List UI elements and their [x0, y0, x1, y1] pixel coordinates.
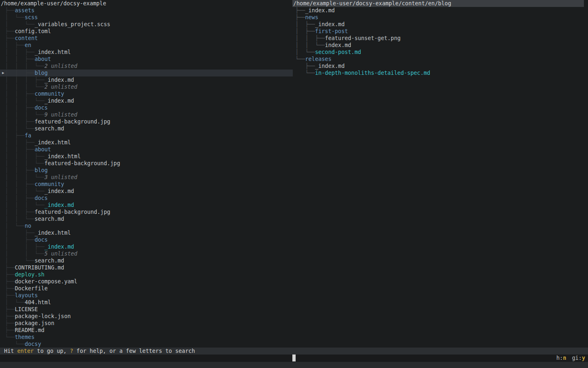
tree-branch-lines: │ │ └──: [292, 42, 325, 48]
entry-name: Dockerfile: [15, 285, 48, 292]
tree-row-dir[interactable]: ├──assets: [0, 7, 293, 14]
tree-row-file[interactable]: ├──docker-compose.yaml: [0, 278, 293, 285]
entry-name: search.md: [35, 216, 65, 222]
tree-row-dir[interactable]: │ ├──docs: [0, 236, 293, 243]
tree-row-dir[interactable]: └──themes: [0, 334, 293, 341]
tree-row-file[interactable]: │ │ └──search.md: [0, 215, 293, 222]
entry-name: 9 unlisted: [45, 112, 78, 118]
tree-branch-lines: │ │ │ ├──: [2, 77, 45, 83]
tree-row-file[interactable]: │ │ │ └──3 unlisted: [0, 174, 293, 181]
status-bar: Hit enter to go up, ? for help, or a few…: [0, 348, 588, 355]
entry-name: _index.md: [45, 98, 74, 104]
tree-row-dir[interactable]: ▶ │ │ ├──blog: [0, 70, 293, 76]
tree-row-file[interactable]: │ ├──_index.md: [290, 21, 588, 28]
tree-row-dir[interactable]: │ └──no: [0, 222, 293, 229]
right-panel-root-path[interactable]: /home/example-user/docsy-example/content…: [292, 0, 584, 7]
entry-name: deploy.sh: [15, 272, 45, 278]
tree-branch-lines: │ │ ├──: [2, 209, 35, 215]
tree-row-dir[interactable]: ├──news: [290, 14, 588, 21]
tree-row-file[interactable]: │ └──search.md: [0, 257, 293, 264]
tree-row-file[interactable]: ├──README.md: [0, 327, 293, 334]
entry-name: first-post: [315, 28, 348, 34]
tree-row-file[interactable]: ├──config.toml: [0, 28, 293, 35]
tree-row-dir[interactable]: │ │ ├──about: [0, 56, 293, 63]
entry-name: _index.html: [35, 49, 71, 55]
tree-branch-lines: │ │ ├──: [2, 244, 45, 250]
tree-row-file[interactable]: ├──_index.md: [290, 7, 588, 14]
tree-branch-lines: │ └──: [2, 21, 35, 27]
tree-row-file[interactable]: │ │ ├──featured-sunset-get.png: [290, 35, 588, 42]
tree-row-file[interactable]: │ │ └──index.md: [290, 42, 588, 49]
tree-branch-lines: │ │ ├──: [2, 91, 35, 97]
command-input-line[interactable]: :e h:ngi:y: [0, 355, 588, 362]
tree-row-dir[interactable]: │ │ ├──about: [0, 146, 293, 153]
bottom-strip: [0, 362, 588, 368]
entry-name: docker-compose.yaml: [15, 278, 77, 285]
tree-row-file[interactable]: │ └──second-post.md: [290, 49, 588, 56]
tree-row-file[interactable]: │ │ ├──featured-background.jpg: [0, 118, 293, 125]
tree-row-file[interactable]: │ │ │ └──_index.md: [0, 202, 293, 209]
panel-flags: h:ngi:y: [551, 355, 585, 362]
tree-row-file[interactable]: │ │ │ └──2 unlisted: [0, 63, 293, 70]
tree-row-file[interactable]: │ │ ├──_index.html: [0, 139, 293, 146]
right-panel-tree: ├──_index.md ├──news │ ├──_index.md │ ├─…: [290, 7, 588, 76]
tree-row-dir[interactable]: │ ├──en: [0, 42, 293, 49]
tree-row-dir[interactable]: │ │ ├──blog: [0, 167, 293, 174]
tree-branch-lines: │ │ │ └──: [2, 112, 45, 118]
tree-row-file[interactable]: │ │ └──5 unlisted: [0, 250, 293, 257]
tree-row-file[interactable]: │ └──_variables_project.scss: [0, 21, 293, 28]
tree-row-file[interactable]: │ │ │ └──2 unlisted: [0, 83, 293, 90]
tree-branch-lines: ├──: [2, 35, 15, 41]
tree-row-dir[interactable]: └──docsy: [0, 341, 293, 348]
tree-row-dir[interactable]: │ │ ├──docs: [0, 104, 293, 111]
tree-row-dir[interactable]: │ └──scss: [0, 14, 293, 21]
tree-branch-lines: ├──: [2, 285, 15, 292]
left-panel-root-path[interactable]: /home/example-user/docsy-example: [0, 0, 293, 7]
tree-row-file[interactable]: ├──LICENSE: [0, 306, 293, 313]
tree-row-file[interactable]: │ │ ├──_index.html: [0, 49, 293, 56]
entry-name: releases: [305, 56, 332, 62]
tree-row-file[interactable]: ├──Dockerfile: [0, 285, 293, 292]
tree-branch-lines: ├──: [292, 14, 305, 20]
tree-row-dir[interactable]: │ ├──fa: [0, 132, 293, 139]
tree-branch-lines: │ │ ├──: [2, 195, 35, 201]
tree-row-file[interactable]: ├──package-lock.json: [0, 313, 293, 320]
entry-name: _index.html: [35, 230, 71, 236]
tree-branch-lines: └──: [292, 56, 305, 62]
tree-row-file[interactable]: └──in-depth-monoliths-detailed-spec.md: [290, 70, 588, 76]
tree-row-file[interactable]: │ │ ├──featured-background.jpg: [0, 209, 293, 215]
tree-row-file[interactable]: ├──package.json: [0, 320, 293, 327]
tree-row-dir[interactable]: ├──layouts: [0, 292, 293, 299]
tree-row-dir[interactable]: └──releases: [290, 56, 588, 63]
tree-row-file[interactable]: │ │ │ └──featured-background.jpg: [0, 160, 293, 167]
tree-branch-lines: │ │ ├──: [292, 35, 325, 41]
tree-branch-lines: │ │ ├──: [2, 70, 35, 76]
tree-row-file[interactable]: │ ├──_index.html: [0, 229, 293, 236]
tree-row-file[interactable]: │ │ │ ├──_index.html: [0, 153, 293, 160]
entry-name: README.md: [15, 327, 45, 333]
tree-row-file[interactable]: ├──_index.md: [290, 63, 588, 70]
flag-label: h:: [557, 355, 563, 361]
entry-name: _index.md: [45, 77, 74, 83]
tree-row-dir[interactable]: ├──content: [0, 35, 293, 42]
tree-row-file[interactable]: │ │ │ └──_index.md: [0, 97, 293, 104]
tree-row-file[interactable]: │ │ │ └──_index.md: [0, 188, 293, 195]
tree-row-file[interactable]: │ │ └──search.md: [0, 125, 293, 132]
tree-row-file[interactable]: │ └──404.html: [0, 299, 293, 306]
tree-row-file[interactable]: ├──deploy.sh: [0, 271, 293, 278]
tree-row-file[interactable]: ├──CONTRIBUTING.md: [0, 264, 293, 271]
tree-row-dir[interactable]: │ │ ├──community: [0, 181, 293, 188]
tree-row-file[interactable]: │ │ │ └──9 unlisted: [0, 111, 293, 118]
entry-name: 2 unlisted: [45, 84, 78, 90]
tree-row-file[interactable]: │ │ ├──_index.md: [0, 243, 293, 250]
tree-branch-lines: ├──: [2, 28, 15, 34]
tree-branch-lines: ├──: [2, 306, 15, 312]
tree-branch-lines: │ │ ├──: [2, 56, 35, 62]
tree-row-dir[interactable]: │ ├──first-post: [290, 28, 588, 35]
tree-row-file[interactable]: │ │ │ ├──_index.md: [0, 76, 293, 83]
tree-row-dir[interactable]: │ │ ├──community: [0, 90, 293, 97]
entry-name: fa: [24, 132, 31, 139]
entry-name: featured-sunset-get.png: [325, 35, 401, 41]
tree-row-dir[interactable]: │ │ ├──docs: [0, 195, 293, 202]
entry-name: _index.md: [315, 21, 345, 27]
